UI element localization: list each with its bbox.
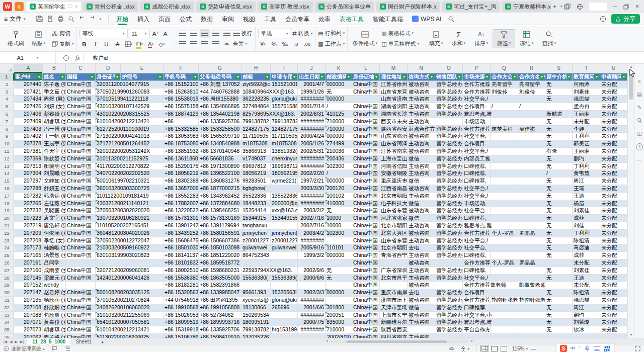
- cell-T19[interactable]: 刘素佳: [573, 207, 600, 215]
- cell-N27[interactable]: 主动咨询: [408, 267, 435, 275]
- cell-R16[interactable]: [518, 185, 545, 193]
- cell-K9[interactable]: 000000: [326, 133, 352, 140]
- cell-I32[interactable]: 265696: [271, 304, 298, 312]
- cell-C29[interactable]: [66, 282, 96, 289]
- cell-A17[interactable]: 207282: [14, 193, 43, 200]
- cell-H11[interactable]: 35866913: [242, 148, 271, 155]
- cell-O2[interactable]: 留学总经办: [435, 81, 463, 89]
- cell-P7[interactable]: 市场活动,: [463, 118, 491, 126]
- cell-N20[interactable]: 微信: [408, 215, 435, 222]
- cell-Q9[interactable]: [491, 133, 518, 140]
- cell-Q20[interactable]: [491, 215, 518, 222]
- cell-D13[interactable]: 411702200312270822: [96, 163, 164, 170]
- cell-M7[interactable]: 西安市未央: [380, 118, 408, 126]
- cell-A31[interactable]: 207135: [14, 297, 43, 304]
- upload-icon[interactable]: [600, 16, 606, 22]
- cell-S8[interactable]: 无: [545, 126, 573, 133]
- cell-A2[interactable]: 207440: [14, 81, 43, 89]
- row-header-16[interactable]: 16: [0, 185, 14, 193]
- align-center-icon[interactable]: [189, 40, 199, 48]
- cell-F36[interactable]: +86 15106786: [164, 334, 199, 338]
- cell-A4[interactable]: 207434: [14, 96, 43, 103]
- close-tab-icon[interactable]: ×: [75, 4, 77, 9]
- cell-O23[interactable]: 留学总经办: [435, 237, 463, 245]
- cell-L32[interactable]: China中国: [352, 304, 380, 312]
- cell-B22[interactable]: 何依涵 (女): [43, 230, 66, 237]
- cell-K28[interactable]: 无: [326, 275, 352, 282]
- cell-G34[interactable]: +86 1899993716: [199, 319, 242, 326]
- cell-S9[interactable]: 无: [545, 133, 573, 140]
- cell-N23[interactable]: 主动咨询: [408, 237, 435, 245]
- cell-D21[interactable]: 110105200207165451: [96, 222, 164, 230]
- filter-button[interactable]: 筛选▾: [493, 29, 515, 48]
- cell-N12[interactable]: 微信: [408, 155, 435, 163]
- ime-punctuation-icon[interactable]: ’: [579, 346, 580, 351]
- cell-H12[interactable]: v1749037: [242, 155, 271, 163]
- filter-dropdown-icon[interactable]: ▼: [621, 74, 626, 79]
- row-header-1[interactable]: 1: [0, 73, 14, 81]
- header-cell-U[interactable]: 申请顾问▼: [600, 73, 627, 81]
- cell-D8[interactable]: 612725200110100019: [96, 126, 164, 133]
- cell-R22[interactable]: 罗晶晶: [518, 230, 545, 237]
- cell-S6[interactable]: 新航道: [545, 111, 573, 118]
- cell-K2[interactable]: 000000: [326, 81, 352, 89]
- row-header-6[interactable]: 6: [0, 111, 14, 118]
- cell-F32[interactable]: +86 19910568: [164, 304, 199, 312]
- cell-T17[interactable]: 王迪: [573, 193, 600, 200]
- cell-R3[interactable]: 刘俊伶: [518, 89, 545, 96]
- row-header-15[interactable]: 15: [0, 178, 14, 185]
- cell-Q15[interactable]: [491, 178, 518, 185]
- cell-F10[interactable]: +86 18753080: [164, 140, 199, 148]
- share-button[interactable]: 分享: [611, 14, 640, 24]
- document-tab[interactable]: S贷款申请信息.xlsx: [196, 2, 256, 12]
- cell-H25[interactable]: 864752343: [242, 252, 298, 259]
- cell-G7[interactable]: +86 1335925706: [199, 118, 242, 126]
- cell-K4[interactable]: 000000: [326, 96, 352, 103]
- paste-button[interactable]: 粘贴▾: [27, 29, 50, 48]
- column-header-T[interactable]: T: [573, 64, 600, 73]
- column-header-R[interactable]: R: [518, 64, 545, 73]
- filter-dropdown-icon[interactable]: ▼: [485, 74, 490, 79]
- cell-B25[interactable]: 汤景然 (女): [43, 252, 66, 259]
- cell-L3[interactable]: China中国: [352, 89, 380, 96]
- find-button[interactable]: 查找▾: [538, 29, 560, 48]
- row-header-35[interactable]: 35: [0, 326, 14, 334]
- decrease-indent-icon[interactable]: [211, 29, 221, 38]
- cell-D18[interactable]: 430321200211140121: [96, 200, 164, 208]
- cell-M23[interactable]: 山东省东营: [380, 237, 408, 245]
- cell-K32[interactable]: 301800: [326, 304, 352, 312]
- system-menu-label[interactable]: 业财管理系统: [11, 345, 41, 352]
- cell-T9[interactable]: 丁利利: [573, 133, 600, 140]
- cell-C27[interactable]: China中国: [66, 267, 96, 275]
- freeze-button[interactable]: 冻结▾: [515, 29, 538, 48]
- rows-cols-button[interactable]: ▤行和列▾: [318, 29, 345, 38]
- cell-Q25[interactable]: [491, 252, 518, 259]
- cell-R11[interactable]: [518, 148, 545, 155]
- minimize-button[interactable]: –: [613, 0, 617, 13]
- cell-H10[interactable]: m1875308: [242, 140, 271, 148]
- cell-G20[interactable]: +86 1573130169: [199, 215, 242, 222]
- cell-H17[interactable]: 35522836: [242, 193, 271, 200]
- cell-I7[interactable]: 799138782: [271, 118, 298, 126]
- cell-R20[interactable]: [518, 215, 545, 222]
- row-header-32[interactable]: 32: [0, 304, 14, 312]
- cell-J19[interactable]: 2003/2/2: [298, 207, 326, 215]
- cell-C19[interactable]: China中国: [66, 207, 96, 215]
- toolbox-grid-icon[interactable]: [604, 345, 610, 352]
- cell-I11[interactable]: 13851932(: [271, 148, 298, 155]
- cell-T34[interactable]: 刘紫璇: [573, 319, 600, 326]
- bold-button[interactable]: B: [79, 40, 90, 48]
- print-icon[interactable]: [57, 16, 64, 22]
- cell-J24[interactable]: 2005/9/16: [298, 244, 326, 252]
- cell-D27[interactable]: 320721200209060081: [96, 267, 164, 275]
- cell-B34[interactable]: 黄嘉仪 (女): [43, 319, 66, 326]
- cell-P14[interactable]: 口碑推荐,: [463, 170, 491, 178]
- percent-button[interactable]: %: [269, 40, 279, 48]
- cell-K20[interactable]: 10000: [326, 215, 352, 222]
- cell-F5[interactable]: +86 15575158: [164, 103, 199, 111]
- cell-B20[interactable]: 袁文宇 (女): [43, 215, 66, 222]
- cell-S32[interactable]: 无: [545, 304, 573, 312]
- row-header-33[interactable]: 33: [0, 312, 14, 319]
- cell-Q2[interactable]: 亮哥留学: [491, 81, 518, 89]
- filter-dropdown-icon[interactable]: ▼: [374, 74, 379, 79]
